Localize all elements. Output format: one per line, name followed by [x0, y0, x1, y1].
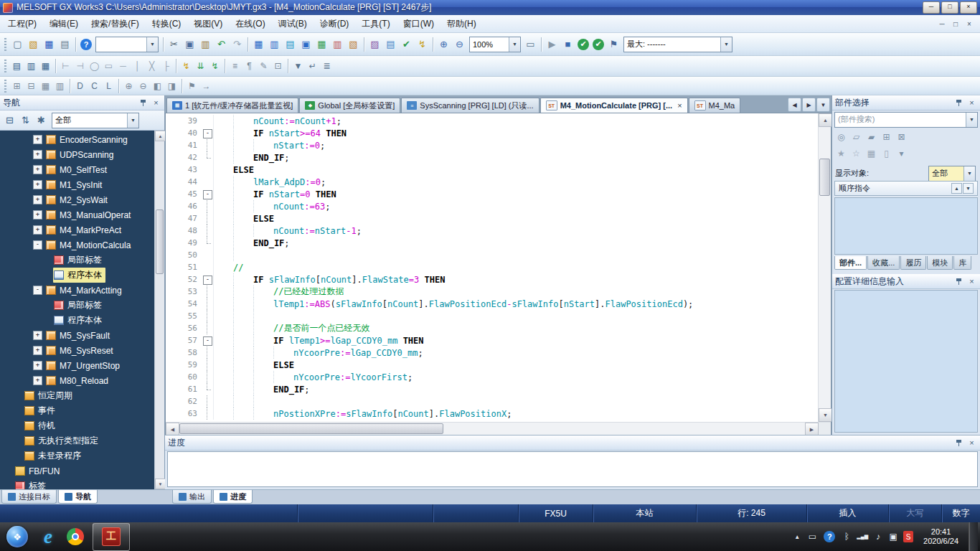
document-tab-3[interactable]: ≡SysScanning [PRG] [LD] (只读...: [401, 98, 539, 113]
code-line-56[interactable]: 56//是否前一个点已经无效: [166, 322, 818, 334]
nav-scrollbar[interactable]: ▲ ▼: [154, 131, 164, 489]
signal-bars-icon[interactable]: ▂▄▆: [857, 531, 868, 542]
parts-find-icon[interactable]: ◎: [834, 130, 848, 143]
code-line-57[interactable]: 57-IF lTemp1>=lGap_CCDY0_mm THEN: [166, 334, 818, 347]
project-data-combo[interactable]: ▼: [95, 37, 159, 52]
code-line-44[interactable]: 44lMark_AdpD:=0;: [166, 176, 818, 188]
favorite-add-icon[interactable]: ★: [834, 146, 848, 160]
favorite-window-icon[interactable]: ▯: [880, 146, 893, 160]
expand-icon[interactable]: +: [33, 195, 42, 204]
zoom-out-icon[interactable]: ⊖: [452, 37, 467, 52]
note-icon[interactable]: ✎: [257, 60, 270, 73]
tree-item-23[interactable]: 标签: [0, 479, 154, 489]
print-icon[interactable]: ▤: [57, 37, 72, 52]
watch-flag-icon[interactable]: ⚑: [606, 37, 621, 52]
tree-item-12[interactable]: 程序本体: [0, 313, 154, 328]
tab-scroll-right-icon[interactable]: ▶: [802, 98, 816, 112]
document-tab-4[interactable]: STM4_MotionCalculate [PRG] [...×: [540, 98, 688, 113]
tree-item-2[interactable]: +M0_SelfTest: [0, 162, 154, 177]
cross-reference-icon[interactable]: ▨: [367, 37, 382, 52]
statement-icon[interactable]: ¶: [242, 60, 256, 73]
code-line-53[interactable]: 53//已经处理过数据: [166, 286, 818, 298]
parts-module-icon[interactable]: ▱: [849, 130, 863, 143]
menu-item-1[interactable]: 工程(P): [1, 15, 43, 33]
tree-item-1[interactable]: +UDPScanning: [0, 147, 154, 162]
zoom-in-icon[interactable]: ⊕: [436, 37, 451, 52]
element-panel-tab-4[interactable]: 模块: [927, 256, 953, 270]
monitor-start-icon[interactable]: ▶: [545, 37, 560, 52]
maximize-button[interactable]: □: [941, 1, 958, 14]
bluetooth-icon[interactable]: ᛒ: [842, 531, 852, 542]
application-instruction-icon[interactable]: ▭: [102, 60, 116, 73]
instruction-list[interactable]: [834, 197, 978, 255]
element-panel-tab-5[interactable]: 库: [953, 256, 971, 270]
insert-row-icon[interactable]: ⊕: [122, 79, 136, 93]
code-line-63[interactable]: 63nPostionXPre:=sFlawInfo[nCount].FlawPo…: [166, 408, 818, 420]
tree-item-17[interactable]: 恒定周期: [0, 388, 154, 403]
tree-item-6[interactable]: +M4_MarkPreAct: [0, 222, 154, 237]
pin-button[interactable]: [138, 98, 149, 108]
taskbar-clock[interactable]: 20:41 2020/6/24: [918, 527, 963, 546]
tab-menu-icon[interactable]: ▼: [816, 98, 830, 112]
start-button[interactable]: ❖: [6, 526, 28, 547]
internet-explorer-icon[interactable]: e: [34, 523, 62, 550]
tree-item-7[interactable]: -M4_MotionCalcula: [0, 237, 154, 253]
indent-icon[interactable]: ◨: [165, 79, 179, 93]
verify-ok-icon[interactable]: ✔: [578, 39, 589, 50]
open-contact-icon[interactable]: ⊢: [59, 60, 72, 73]
mdi-restore-button[interactable]: □: [950, 20, 961, 28]
toolbar-grip[interactable]: [4, 60, 6, 72]
scroll-up-icon[interactable]: ▲: [819, 113, 832, 127]
undo-icon[interactable]: ↶: [214, 37, 229, 52]
label-display-icon[interactable]: L: [102, 79, 116, 93]
bookmark-icon[interactable]: ⚑: [185, 79, 199, 93]
favorite-folder-icon[interactable]: ▦: [864, 146, 878, 160]
pin-button[interactable]: [953, 276, 964, 287]
dropdown-icon[interactable]: ▼: [963, 166, 975, 181]
menu-item-5[interactable]: 视图(V): [187, 15, 229, 33]
fold-collapse-icon[interactable]: -: [203, 336, 212, 346]
tree-item-8[interactable]: 局部标签: [0, 253, 154, 268]
pin-button[interactable]: [953, 438, 964, 448]
menu-item-11[interactable]: 帮助(H): [440, 15, 483, 33]
gx-works3-taskbar-button[interactable]: 工: [93, 523, 130, 551]
max-combo[interactable]: 最大: -------▼: [623, 37, 732, 52]
minimize-button[interactable]: ─: [923, 1, 940, 14]
tree-item-3[interactable]: +M1_SysInit: [0, 177, 154, 192]
code-line-59[interactable]: 59ELSE: [166, 359, 818, 371]
menu-item-6[interactable]: 在线(O): [229, 15, 271, 33]
paste-icon[interactable]: ▥: [198, 37, 213, 52]
ime-red-icon[interactable]: S: [903, 531, 913, 542]
output-window-icon[interactable]: ▦: [39, 60, 52, 73]
zoom-combo[interactable]: 100%▼: [469, 37, 521, 52]
expand-icon[interactable]: +: [33, 135, 42, 144]
cut-icon[interactable]: ✂: [166, 37, 182, 52]
expand-icon[interactable]: +: [33, 346, 42, 355]
watch-window-icon[interactable]: ▤: [283, 37, 298, 52]
menu-item-2[interactable]: 编辑(E): [43, 15, 85, 33]
detail-input-body[interactable]: [834, 290, 978, 433]
docked-tab-mid-1[interactable]: 输出: [172, 490, 212, 504]
expand-icon[interactable]: +: [33, 150, 42, 159]
element-window-icon[interactable]: ▥: [24, 60, 38, 73]
tree-item-14[interactable]: +M6_SysReset: [0, 343, 154, 358]
menu-item-7[interactable]: 调试(B): [272, 15, 314, 33]
code-line-58[interactable]: 58nYcoorPre:=lGap_CCDY0_mm;: [166, 347, 818, 359]
fold-collapse-icon[interactable]: -: [203, 129, 212, 138]
expand-icon[interactable]: +: [33, 210, 42, 220]
code-line-40[interactable]: 40-IF nStart>=64 THEN: [166, 127, 818, 139]
nav-filter-combo[interactable]: 全部▼: [52, 113, 139, 128]
dropdown-icon[interactable]: ▼: [509, 37, 520, 52]
code-line-60[interactable]: 60nYcoorPre:=lYcoorFirst;: [166, 371, 818, 383]
code-line-61[interactable]: 61END_IF;: [166, 383, 818, 395]
scroll-down-icon[interactable]: ▼: [155, 479, 166, 489]
document-tab-5[interactable]: STM4_Ma: [689, 98, 741, 113]
code-line-52[interactable]: 52-IF sFlawInfo[nCount].FlawState=3 THEN: [166, 273, 818, 286]
h-scroll-thumb[interactable]: [179, 423, 443, 434]
save-project-icon[interactable]: ▦: [42, 37, 57, 52]
zoom-list-icon[interactable]: ≣: [320, 60, 334, 73]
favorite-edit-icon[interactable]: ☆: [849, 146, 863, 160]
help-tray-icon[interactable]: ?: [824, 531, 835, 542]
tree-sort-icon[interactable]: ⇅: [18, 113, 33, 128]
device-list-icon[interactable]: ▤: [383, 37, 398, 52]
